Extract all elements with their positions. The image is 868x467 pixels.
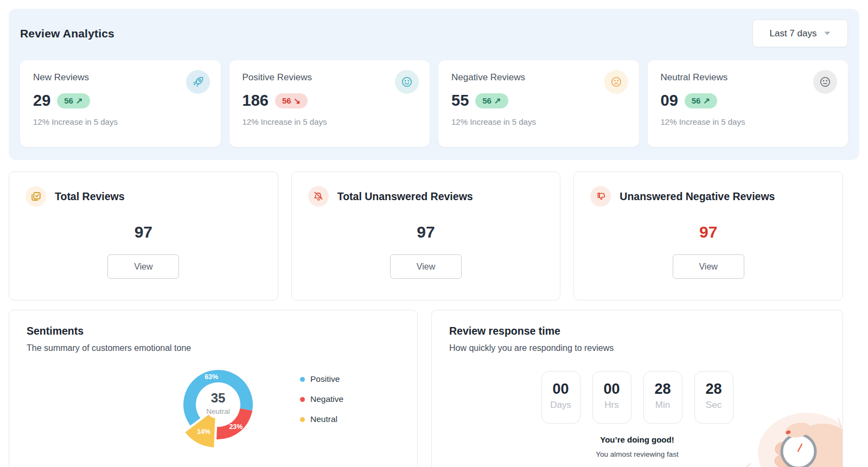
legend-item-neutral[interactable]: Neutral — [300, 414, 343, 424]
legend-item-positive[interactable]: Positive — [300, 374, 343, 384]
legend-label: Negative — [310, 394, 343, 404]
sentiments-subtitle: The summary of customers emotional tone — [27, 343, 400, 353]
time-unit-label: Min — [644, 400, 682, 411]
donut-center-value: 35 — [211, 391, 226, 405]
summary-card-header: Total Reviews — [25, 186, 261, 207]
stat-value-row: 5556↗ — [451, 92, 626, 110]
time-unit-value: 28 — [695, 381, 733, 398]
summary-card-title: Unanswered Negative Reviews — [620, 190, 775, 203]
stat-note: 12% Increase in 5 days — [33, 117, 208, 126]
time-unit-value: 00 — [542, 381, 580, 398]
view-button[interactable]: View — [673, 254, 744, 279]
time-unit-value: 00 — [593, 381, 631, 398]
legend-item-negative[interactable]: Negative — [300, 394, 343, 404]
stopwatch-hand-illustration — [727, 410, 843, 467]
donut-chart-wrap: 63%23%14%35Neutral — [172, 357, 264, 451]
slice-percent-label: 14% — [197, 428, 210, 436]
response-time-card: Review response time How quickly you are… — [431, 310, 843, 467]
time-unit-label: Hrs — [593, 400, 631, 411]
bottom-row: Sentiments The summary of customers emot… — [9, 310, 843, 467]
stat-card-neutral-reviews: Neutral Reviews0956↗12% Increase in 5 da… — [648, 60, 848, 147]
trend-badge-value: 56 — [482, 96, 492, 105]
rocket-icon — [186, 70, 210, 94]
stat-card-positive-reviews: Positive Reviews18656↘12% Increase in 5 … — [229, 60, 430, 147]
legend-swatch — [300, 377, 305, 382]
reviews-check-icon — [25, 186, 46, 207]
summary-card-value: 97 — [590, 223, 826, 241]
chart-legend: PositiveNegativeNeutral — [300, 357, 343, 451]
sentiment-donut-chart: 63%23%14%35Neutral — [172, 357, 264, 449]
neutral-face-icon — [813, 70, 837, 94]
view-button[interactable]: View — [390, 254, 462, 279]
legend-label: Positive — [310, 374, 340, 384]
sentiments-body: 63%23%14%35Neutral PositiveNegativeNeutr… — [27, 357, 400, 451]
legend-label: Neutral — [310, 414, 337, 424]
summary-card-header: Total Unanswered Reviews — [308, 186, 544, 207]
page-title: Review Analytics — [20, 20, 114, 40]
stat-value: 29 — [33, 92, 50, 110]
slice-percent-label: 63% — [205, 373, 218, 381]
sentiments-title: Sentiments — [27, 325, 400, 337]
slice-percent-label: 23% — [229, 423, 242, 431]
summary-card-total-reviews: Total Reviews97View — [9, 171, 278, 300]
stat-note: 12% Increase in 5 days — [661, 117, 835, 126]
stat-card-title: New Reviews — [33, 72, 208, 83]
trend-up-arrow-icon: ↗ — [76, 96, 83, 106]
summary-card-total-unanswered-reviews: Total Unanswered Reviews97View — [291, 171, 561, 300]
legend-swatch — [300, 417, 305, 422]
bell-slash-icon — [308, 186, 329, 207]
stat-value: 09 — [661, 92, 678, 110]
stat-value-row: 0956↗ — [661, 92, 835, 110]
thumbs-down-icon — [590, 186, 611, 207]
legend-swatch — [300, 397, 305, 402]
summary-card-title: Total Unanswered Reviews — [337, 190, 473, 203]
chevron-down-icon — [824, 31, 831, 35]
trend-badge: 56↗ — [685, 93, 717, 108]
summary-card-title: Total Reviews — [55, 190, 125, 203]
time-unit-min: 28Min — [643, 371, 682, 424]
summary-card-unanswered-negative-reviews: Unanswered Negative Reviews97View — [573, 171, 843, 300]
smiley-face-icon — [395, 70, 419, 94]
panel-header: Review Analytics Last 7 days — [20, 20, 848, 47]
summary-card-value: 97 — [25, 223, 261, 241]
trend-badge-value: 56 — [282, 96, 291, 105]
summary-card-header: Unanswered Negative Reviews — [590, 186, 826, 207]
trend-badge: 56↗ — [475, 93, 508, 108]
summary-card-row: Total Reviews97ViewTotal Unanswered Revi… — [9, 171, 843, 300]
summary-card-value: 97 — [308, 223, 544, 241]
stat-card-row: New Reviews2956↗12% Increase in 5 daysPo… — [20, 60, 848, 147]
date-range-value: Last 7 days — [770, 28, 817, 39]
trend-badge-value: 56 — [64, 96, 73, 105]
review-analytics-page: Review Analytics Last 7 days New Reviews… — [0, 0, 868, 467]
stat-card-title: Neutral Reviews — [661, 72, 835, 83]
sad-face-icon — [604, 70, 628, 94]
trend-up-arrow-icon: ↗ — [494, 96, 501, 106]
sentiments-card: Sentiments The summary of customers emot… — [9, 310, 418, 467]
review-analytics-panel: Review Analytics Last 7 days New Reviews… — [9, 9, 859, 160]
stat-card-negative-reviews: Negative Reviews5556↗12% Increase in 5 d… — [438, 60, 639, 147]
stat-note: 12% Increase in 5 days — [451, 117, 626, 126]
stat-card-title: Positive Reviews — [242, 72, 417, 83]
stat-value: 55 — [451, 92, 469, 110]
time-unit-days: 00Days — [541, 371, 580, 424]
time-unit-hrs: 00Hrs — [592, 371, 631, 424]
trend-badge: 56↗ — [57, 93, 90, 108]
time-unit-value: 28 — [644, 381, 682, 398]
donut-center-label: Neutral — [206, 407, 230, 415]
trend-up-arrow-icon: ↗ — [703, 96, 710, 106]
time-unit-label: Sec — [695, 400, 733, 411]
stat-value: 186 — [242, 92, 269, 110]
trend-badge: 56↘ — [275, 93, 308, 108]
time-unit-label: Days — [542, 400, 580, 411]
response-time-subtitle: How quickly you are responding to review… — [449, 343, 825, 353]
stat-value-row: 2956↗ — [33, 92, 208, 110]
stat-value-row: 18656↘ — [242, 92, 417, 110]
stat-card-title: Negative Reviews — [451, 72, 626, 83]
view-button[interactable]: View — [107, 254, 179, 279]
response-time-title: Review response time — [449, 325, 825, 337]
stat-card-new-reviews: New Reviews2956↗12% Increase in 5 days — [20, 60, 221, 147]
date-range-dropdown[interactable]: Last 7 days — [752, 20, 848, 47]
stat-note: 12% Increase in 5 days — [242, 117, 417, 126]
trend-down-arrow-icon: ↘ — [294, 96, 301, 106]
trend-badge-value: 56 — [692, 96, 701, 105]
